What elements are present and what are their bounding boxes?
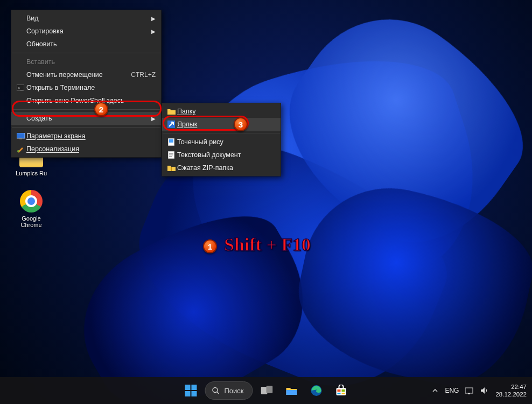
submenu-item-shortcut[interactable]: Ярлык	[162, 118, 281, 131]
submenu-item-label: Ярлык	[177, 121, 275, 128]
taskbar: Поиск ENG 22:47 28.12.2022	[0, 377, 532, 404]
search-icon	[212, 387, 220, 395]
svg-line-14	[217, 392, 219, 394]
chevron-right-icon: ▶	[151, 29, 156, 34]
submenu-item-label: Точечный рису	[177, 138, 275, 146]
menu-item-paste: Вставить	[11, 55, 161, 68]
menu-item-label: Сортировка	[26, 27, 156, 35]
menu-item-undo-move[interactable]: Отменить перемещение CTRL+Z	[11, 68, 161, 81]
context-menu: Вид ▶ Сортировка ▶ Обновить Вставить Отм…	[11, 10, 162, 158]
submenu-item-textdoc[interactable]: Текстовый документ	[162, 148, 281, 161]
menu-item-display-settings[interactable]: Параметры экрана	[11, 130, 161, 143]
menu-item-view[interactable]: Вид ▶	[11, 12, 161, 25]
menu-item-open-powershell[interactable]: Открыть окно PowerShell здесь	[11, 94, 161, 107]
text-file-icon	[165, 151, 177, 159]
task-view-icon	[261, 386, 273, 395]
chrome-icon	[19, 189, 43, 213]
menu-item-personalize[interactable]: Персонализация	[11, 143, 161, 155]
tray-volume-icon[interactable]	[480, 387, 489, 394]
svg-rect-2	[17, 133, 25, 138]
svg-rect-22	[338, 393, 341, 394]
submenu-item-bitmap[interactable]: Точечный рису	[162, 136, 281, 148]
submenu-item-folder[interactable]: Папку	[162, 105, 281, 118]
annotation-shortcut-text: Shift + F10	[224, 235, 311, 255]
menu-item-open-terminal[interactable]: >_ Открыть в Терминале	[11, 81, 161, 94]
menu-separator	[12, 127, 160, 127]
chevron-up-icon	[432, 387, 438, 394]
desktop-icon-chrome[interactable]: Google Chrome	[11, 189, 52, 228]
taskbar-app-explorer[interactable]	[281, 380, 303, 401]
menu-item-label: Параметры экрана	[26, 132, 156, 140]
menu-item-label: Персонализация	[26, 145, 156, 153]
start-button[interactable]	[180, 380, 201, 401]
zip-folder-icon	[165, 165, 177, 171]
tray-overflow-button[interactable]	[432, 387, 438, 394]
svg-rect-3	[19, 138, 22, 139]
tray-language[interactable]: ENG	[445, 387, 459, 394]
shortcut-icon	[165, 121, 177, 128]
annotation-badge-1: 1	[203, 239, 217, 253]
menu-item-label: Вид	[26, 15, 156, 22]
taskbar-search[interactable]: Поиск	[205, 381, 253, 400]
annotation-badge-3: 3	[234, 117, 248, 131]
menu-item-label: Вставить	[26, 58, 156, 66]
personalize-icon	[15, 145, 26, 153]
menu-item-label: Обновить	[26, 40, 156, 48]
edge-icon	[311, 385, 323, 396]
menu-item-label: Открыть окно PowerShell здесь	[26, 97, 156, 104]
desktop-icon-label: Lumpics Ru	[11, 170, 52, 176]
svg-rect-21	[342, 389, 345, 392]
taskbar-search-label: Поиск	[224, 387, 243, 395]
submenu-item-label: Текстовый документ	[177, 151, 275, 159]
svg-rect-20	[338, 389, 341, 392]
svg-rect-24	[465, 388, 473, 393]
menu-item-sort[interactable]: Сортировка ▶	[11, 25, 161, 38]
image-file-icon	[165, 138, 177, 146]
svg-text:>_: >_	[18, 86, 23, 90]
submenu-item-label: Папку	[177, 108, 275, 115]
menu-separator	[12, 109, 160, 110]
menu-item-label: Отменить перемещение	[26, 71, 118, 79]
desktop-icon-label: Google Chrome	[11, 215, 52, 228]
menu-item-label: Открыть в Терминале	[26, 84, 156, 91]
display-icon	[15, 133, 26, 139]
terminal-icon: >_	[15, 84, 26, 91]
tray-time: 22:47	[511, 383, 527, 391]
submenu-item-label: Сжатая ZIP-папка	[177, 164, 275, 172]
folder-icon	[165, 108, 177, 115]
store-icon	[335, 385, 347, 396]
windows-logo-icon	[185, 385, 197, 396]
chevron-right-icon: ▶	[151, 116, 156, 122]
svg-rect-7	[169, 139, 173, 143]
taskbar-app-store[interactable]	[331, 380, 352, 401]
tray-network-icon[interactable]	[465, 387, 474, 394]
svg-rect-16	[267, 386, 273, 393]
chevron-right-icon: ▶	[151, 16, 156, 22]
menu-separator	[12, 53, 160, 53]
menu-item-label: Создать	[26, 115, 156, 122]
svg-rect-17	[286, 390, 297, 395]
tray-date: 28.12.2022	[495, 391, 527, 398]
menu-item-shortcut: CTRL+Z	[118, 71, 156, 79]
context-submenu-create: Папку Ярлык Точечный рису Текстовый доку…	[162, 103, 281, 176]
svg-rect-25	[468, 393, 470, 394]
task-view-button[interactable]	[256, 380, 278, 401]
svg-rect-23	[342, 393, 345, 394]
menu-item-create[interactable]: Создать ▶	[11, 112, 161, 125]
menu-item-refresh[interactable]: Обновить	[11, 38, 161, 51]
svg-point-13	[213, 387, 218, 392]
svg-point-4	[17, 150, 19, 152]
svg-rect-12	[171, 167, 172, 171]
taskbar-app-edge[interactable]	[306, 380, 327, 401]
menu-separator	[163, 133, 280, 133]
submenu-item-zip[interactable]: Сжатая ZIP-папка	[162, 161, 281, 174]
tray-clock[interactable]: 22:47 28.12.2022	[495, 383, 527, 399]
annotation-badge-2: 2	[94, 102, 108, 116]
file-explorer-icon	[286, 386, 298, 395]
